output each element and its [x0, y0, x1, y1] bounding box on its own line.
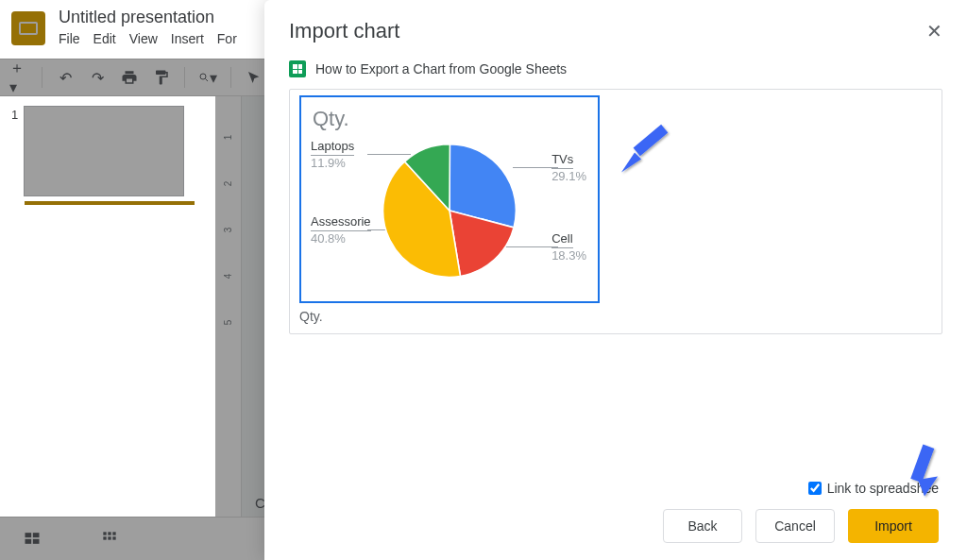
svg-rect-7 — [108, 532, 110, 535]
vertical-ruler: 1 2 3 4 5 — [215, 96, 242, 517]
new-slide-button[interactable]: ＋▾ — [9, 68, 28, 87]
link-to-spreadsheet-checkbox[interactable] — [808, 482, 822, 495]
slice-label-laptops: Laptops — [311, 139, 354, 156]
annotation-arrow-icon — [891, 433, 958, 503]
slide-panel: 1 — [0, 96, 215, 517]
slide-number: 1 — [11, 106, 18, 196]
paint-format-button[interactable] — [152, 68, 171, 87]
back-button[interactable]: Back — [663, 509, 742, 543]
svg-rect-5 — [33, 538, 40, 543]
svg-rect-6 — [103, 532, 106, 535]
chart-caption: Qty. — [299, 309, 932, 324]
dialog-title: Import chart — [289, 19, 399, 43]
svg-rect-8 — [112, 532, 115, 535]
redo-button[interactable]: ↷ — [88, 68, 107, 87]
svg-line-1 — [206, 79, 209, 82]
slice-pct-assessorie: 40.8% — [311, 231, 371, 246]
import-chart-dialog: Import chart ✕ How to Export a Chart fro… — [264, 0, 967, 560]
slice-pct-laptops: 11.9% — [311, 156, 354, 171]
sheets-icon — [289, 60, 306, 77]
menu-view[interactable]: View — [129, 31, 158, 46]
pie-chart — [374, 135, 525, 286]
menu-edit[interactable]: Edit — [93, 31, 116, 46]
print-button[interactable] — [120, 68, 139, 87]
svg-rect-10 — [108, 536, 110, 539]
slides-logo — [11, 11, 45, 45]
menu-format[interactable]: For — [217, 31, 237, 46]
cancel-button[interactable]: Cancel — [755, 509, 835, 543]
import-button[interactable]: Import — [848, 509, 939, 543]
slice-pct-tvs: 29.1% — [551, 169, 586, 184]
svg-rect-4 — [25, 538, 32, 543]
close-icon[interactable]: ✕ — [926, 20, 942, 42]
svg-point-0 — [200, 74, 206, 79]
svg-rect-2 — [25, 533, 32, 537]
chart-thumbnail[interactable]: Qty. Laptops 11.9% Assessorie 40.8% TVs … — [299, 95, 600, 303]
annotation-arrow-icon — [615, 116, 681, 186]
svg-rect-13 — [634, 125, 669, 156]
svg-rect-9 — [103, 536, 106, 539]
svg-marker-12 — [621, 153, 641, 173]
menu-file[interactable]: File — [59, 31, 80, 46]
chart-inner-title: Qty. — [313, 107, 586, 131]
svg-rect-15 — [910, 445, 934, 483]
svg-rect-11 — [112, 536, 115, 539]
chart-list: Qty. Laptops 11.9% Assessorie 40.8% TVs … — [289, 89, 942, 334]
select-tool[interactable] — [245, 68, 263, 87]
slide-thumbnail-1[interactable] — [24, 106, 184, 196]
source-file-name: How to Export a Chart from Google Sheets — [315, 61, 567, 76]
zoom-button[interactable]: ▾ — [198, 68, 217, 87]
slice-label-assessorie: Assessorie — [311, 214, 371, 231]
svg-rect-3 — [33, 533, 40, 537]
undo-button[interactable]: ↶ — [56, 68, 75, 87]
grid-view-icon[interactable] — [100, 529, 121, 550]
menubar: File Edit View Insert For — [59, 31, 237, 46]
menu-insert[interactable]: Insert — [171, 31, 204, 46]
filmstrip-view-icon[interactable] — [23, 529, 43, 550]
doc-title[interactable]: Untitled presentation — [59, 8, 237, 27]
slice-pct-cell: 18.3% — [551, 248, 586, 263]
